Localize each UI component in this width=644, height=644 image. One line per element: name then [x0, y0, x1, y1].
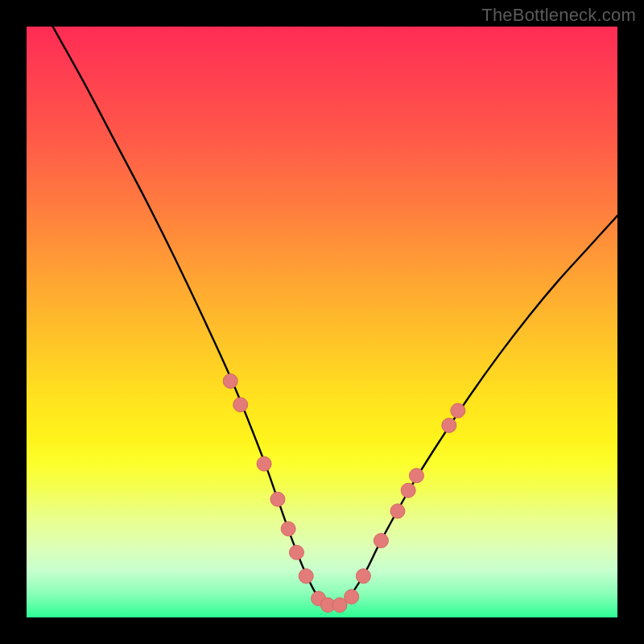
curve-marker [289, 545, 303, 559]
curve-marker [401, 483, 415, 497]
curve-marker [257, 456, 271, 471]
curve-marker [270, 492, 285, 506]
curve-marker [223, 374, 237, 388]
curve-svg [27, 27, 617, 617]
curve-marker [442, 418, 456, 432]
chart-stage: TheBottleneck.com [0, 0, 644, 644]
bottleneck-curve-path [27, 0, 617, 607]
watermark-text: TheBottleneck.com [481, 5, 636, 26]
curve-marker [233, 398, 248, 412]
curve-marker [451, 403, 465, 418]
curve-marker [409, 469, 423, 483]
curve-marker [356, 569, 370, 584]
curve-marker [299, 569, 313, 584]
curve-marker [281, 522, 295, 536]
curve-marker [374, 534, 388, 548]
curve-marker [390, 504, 405, 518]
curve-marker [345, 589, 359, 604]
plot-area [27, 27, 617, 617]
marker-layer [223, 374, 465, 612]
